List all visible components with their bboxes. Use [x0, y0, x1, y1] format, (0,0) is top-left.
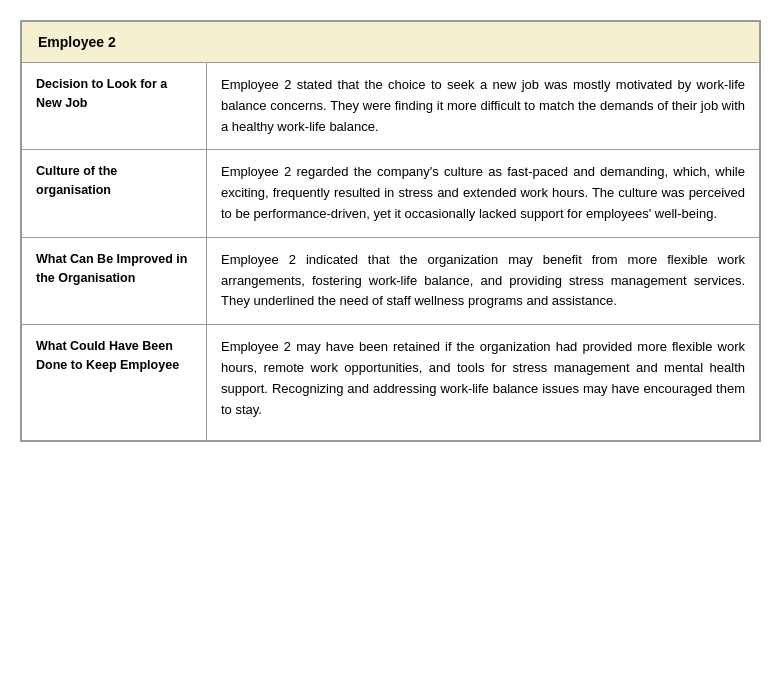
row-label-2: What Can Be Improved in the Organisation	[22, 237, 207, 324]
row-content-3: Employee 2 may have been retained if the…	[207, 325, 760, 441]
row-content-2: Employee 2 indicated that the organizati…	[207, 237, 760, 324]
row-content-0: Employee 2 stated that the choice to see…	[207, 63, 760, 150]
table-header-row: Employee 2	[22, 22, 760, 63]
table-row: Decision to Look for a New JobEmployee 2…	[22, 63, 760, 150]
row-label-3: What Could Have Been Done to Keep Employ…	[22, 325, 207, 441]
table-row: What Can Be Improved in the Organisation…	[22, 237, 760, 324]
row-label-0: Decision to Look for a New Job	[22, 63, 207, 150]
row-content-1: Employee 2 regarded the company's cultur…	[207, 150, 760, 237]
table-title: Employee 2	[22, 22, 760, 63]
table-row: Culture of the organisationEmployee 2 re…	[22, 150, 760, 237]
main-table: Employee 2 Decision to Look for a New Jo…	[20, 20, 761, 442]
row-label-1: Culture of the organisation	[22, 150, 207, 237]
table-row: What Could Have Been Done to Keep Employ…	[22, 325, 760, 441]
